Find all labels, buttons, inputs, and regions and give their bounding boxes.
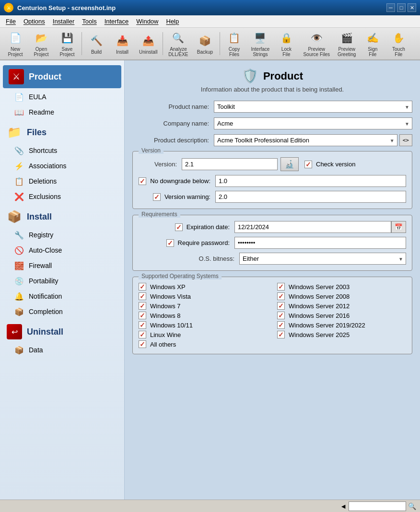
preview-greeting-button[interactable]: 🎬 PreviewGreeting (334, 28, 359, 59)
close-button[interactable]: ✕ (408, 3, 416, 12)
no-downgrade-input[interactable] (215, 175, 406, 187)
os-windows-7-checkbox[interactable]: ✓ (139, 302, 146, 310)
uninstall-section-label: Uninstall (27, 327, 63, 337)
product-name-control: Toolkit (214, 101, 412, 113)
search-icon[interactable]: 🔍 (408, 502, 416, 510)
menu-options[interactable]: Options (20, 17, 49, 26)
build-button[interactable]: 🔨 Build (84, 31, 109, 57)
no-downgrade-label: No downgrade below: (150, 177, 210, 185)
sidebar-item-deletions[interactable]: 📋 Deletions (8, 174, 124, 189)
os-server-2008-checkbox[interactable]: ✓ (277, 292, 285, 300)
os-server-2025-checkbox[interactable]: ✓ (277, 331, 285, 338)
menu-tools[interactable]: Tools (78, 17, 100, 26)
files-sub-items: 📎 Shortcuts ⚡ Associations 📋 Deletions ❌… (0, 143, 124, 204)
os-empty-cell (277, 340, 406, 348)
os-server-2016-checkbox[interactable]: ✓ (277, 312, 285, 319)
install-sub-items: 🔧 Registry 🚫 Auto-Close 🧱 Firewall 💿 Por… (0, 227, 124, 319)
expiration-checkbox[interactable]: ✓ (175, 223, 183, 231)
uninstall-button[interactable]: 📤 Uninstall (136, 31, 161, 57)
sidebar-section-files[interactable]: 📁 Files (0, 120, 124, 143)
version-browse-button[interactable]: 🔬 (280, 157, 299, 171)
product-name-row: Product name: Toolkit (132, 101, 412, 113)
install-button[interactable]: 📥 Install (110, 31, 135, 57)
backup-button[interactable]: 📦 Backup (193, 31, 218, 57)
sidebar: ⚔ Product 📄 EULA 📖 Readme 📁 Files 📎 (0, 60, 125, 500)
sidebar-item-notification[interactable]: 🔔 Notification (8, 289, 124, 304)
os-windows-8: ✓ Windows 8 (139, 312, 268, 319)
os-server-2003-checkbox[interactable]: ✓ (277, 283, 285, 291)
open-project-button[interactable]: 📂 OpenProject (29, 28, 54, 59)
sidebar-item-data[interactable]: 📦 Data (8, 342, 124, 358)
sidebar-item-registry[interactable]: 🔧 Registry (8, 227, 124, 243)
no-downgrade-checkbox[interactable]: ✓ (139, 177, 146, 185)
os-windows-vista-checkbox[interactable]: ✓ (139, 292, 146, 300)
menu-installer[interactable]: Installer (49, 17, 79, 26)
preview-source-button[interactable]: 👁️ PreviewSource Files (300, 28, 333, 59)
os-windows-10-11-checkbox[interactable]: ✓ (139, 321, 146, 329)
interface-strings-button[interactable]: 🖥️ InterfaceStrings (248, 28, 273, 59)
lock-file-button[interactable]: 🔒 LockFile (274, 28, 299, 59)
menu-interface[interactable]: Interface (101, 17, 133, 26)
menu-file[interactable]: File (2, 17, 20, 26)
menu-help[interactable]: Help (163, 17, 183, 26)
maximize-button[interactable]: □ (397, 3, 406, 12)
sidebar-item-shortcuts[interactable]: 📎 Shortcuts (8, 143, 124, 158)
sidebar-item-completion[interactable]: 📦 Completion (8, 304, 124, 319)
os-bitness-select[interactable]: Either 32-bit only 64-bit only (239, 253, 406, 265)
sidebar-item-exclusions[interactable]: ❌ Exclusions (8, 189, 124, 204)
os-server-2019-2022-checkbox[interactable]: ✓ (277, 321, 285, 329)
version-warning-input[interactable] (215, 191, 406, 203)
os-linux-wine-label: Linux Wine (150, 331, 181, 338)
sidebar-section-product[interactable]: ⚔ Product (3, 65, 121, 88)
scroll-left-icon[interactable]: ◄ (340, 502, 347, 510)
os-windows-8-checkbox[interactable]: ✓ (139, 312, 146, 319)
expiration-calendar-button[interactable]: 📅 (391, 221, 406, 233)
sidebar-item-portability[interactable]: 💿 Portability (8, 273, 124, 289)
check-version-checkbox[interactable]: ✓ (304, 161, 312, 168)
version-input[interactable] (182, 158, 278, 170)
company-name-control: Acme (214, 117, 412, 129)
eula-icon: 📄 (13, 91, 25, 103)
sidebar-item-associations[interactable]: ⚡ Associations (8, 158, 124, 174)
build-icon: 🔨 (89, 33, 104, 48)
sidebar-item-autoclose[interactable]: 🚫 Auto-Close (8, 243, 124, 258)
status-search-input[interactable] (349, 501, 406, 511)
touch-file-button[interactable]: ✋ TouchFile (386, 28, 411, 59)
os-linux-wine-checkbox[interactable]: ✓ (139, 331, 146, 338)
require-password-checkbox[interactable]: ✓ (166, 239, 174, 247)
readme-icon: 📖 (13, 106, 25, 118)
copy-files-button[interactable]: 📋 CopyFiles (222, 28, 247, 59)
version-warning-checkbox[interactable]: ✓ (153, 193, 161, 201)
os-server-2012-checkbox[interactable]: ✓ (277, 302, 285, 310)
product-desc-code-button[interactable]: <> (399, 134, 412, 146)
install-section-icon: 📦 (6, 208, 23, 225)
autoclose-label: Auto-Close (29, 246, 62, 254)
sidebar-item-firewall[interactable]: 🧱 Firewall (8, 258, 124, 273)
sidebar-item-readme[interactable]: 📖 Readme (8, 105, 124, 120)
expiration-input[interactable] (234, 221, 391, 233)
require-password-input[interactable] (234, 237, 406, 249)
window-title: Centurion Setup - screenshot.inp (17, 4, 386, 12)
save-project-button[interactable]: 💾 SaveProject (55, 28, 80, 59)
os-server-2003-label: Windows Server 2003 (289, 283, 350, 291)
new-project-button[interactable]: 📄 NewProject (3, 28, 28, 59)
minimize-button[interactable]: ─ (386, 3, 395, 12)
sign-file-button[interactable]: ✍️ SignFile (360, 28, 385, 59)
company-name-select[interactable]: Acme (214, 117, 412, 129)
product-desc-select-wrapper: Acme Toolkit Professional Edition (214, 134, 397, 146)
sidebar-section-install[interactable]: 📦 Install (0, 204, 124, 227)
product-desc-select[interactable]: Acme Toolkit Professional Edition (214, 134, 397, 146)
product-name-select[interactable]: Toolkit (214, 101, 412, 113)
data-label: Data (29, 346, 43, 354)
sign-file-icon: ✍️ (365, 30, 380, 46)
toolbar-sep-2 (163, 32, 163, 55)
window-controls: ─ □ ✕ (386, 3, 416, 12)
menu-bar: File Options Installer Tools Interface W… (0, 15, 420, 28)
os-all-others-checkbox[interactable]: ✓ (139, 340, 146, 348)
analyze-dll-button[interactable]: 🔍 AnalyzeDLL/EXE (165, 28, 191, 59)
os-windows-xp-checkbox[interactable]: ✓ (139, 283, 146, 291)
sidebar-section-uninstall[interactable]: ↩ Uninstall (0, 319, 124, 342)
touch-file-icon: ✋ (391, 30, 406, 46)
menu-window[interactable]: Window (132, 17, 162, 26)
sidebar-item-eula[interactable]: 📄 EULA (8, 89, 124, 105)
